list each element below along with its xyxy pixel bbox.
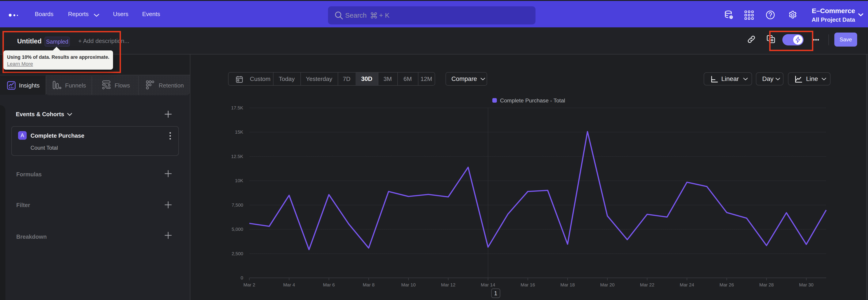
svg-text:Mar 24: Mar 24 bbox=[680, 282, 694, 287]
svg-text:Mar 12: Mar 12 bbox=[441, 282, 456, 287]
svg-text:2,500: 2,500 bbox=[232, 251, 243, 256]
svg-text:Mar 30: Mar 30 bbox=[799, 282, 813, 287]
svg-text:Mar 2: Mar 2 bbox=[243, 282, 255, 287]
svg-text:Mar 22: Mar 22 bbox=[640, 282, 654, 287]
svg-text:Mar 10: Mar 10 bbox=[401, 282, 416, 287]
svg-text:7,500: 7,500 bbox=[232, 202, 243, 208]
svg-text:10K: 10K bbox=[235, 178, 243, 183]
svg-text:Mar 18: Mar 18 bbox=[560, 282, 575, 287]
svg-text:15K: 15K bbox=[235, 129, 243, 134]
svg-text:Mar 6: Mar 6 bbox=[323, 282, 335, 287]
svg-text:Mar 28: Mar 28 bbox=[759, 282, 774, 287]
svg-text:0: 0 bbox=[241, 275, 243, 280]
svg-text:1: 1 bbox=[494, 290, 497, 296]
svg-text:Mar 16: Mar 16 bbox=[521, 282, 535, 287]
svg-text:Mar 8: Mar 8 bbox=[363, 282, 375, 287]
svg-text:Complete Purchase - Total: Complete Purchase - Total bbox=[500, 97, 565, 103]
svg-text:Mar 26: Mar 26 bbox=[719, 282, 734, 287]
svg-text:17.5K: 17.5K bbox=[231, 105, 243, 110]
svg-text:Mar 4: Mar 4 bbox=[283, 282, 295, 287]
svg-text:Mar 20: Mar 20 bbox=[600, 282, 615, 287]
svg-text:Mar 14: Mar 14 bbox=[481, 282, 495, 287]
svg-text:12.5K: 12.5K bbox=[231, 154, 243, 159]
svg-text:5,000: 5,000 bbox=[232, 227, 243, 232]
